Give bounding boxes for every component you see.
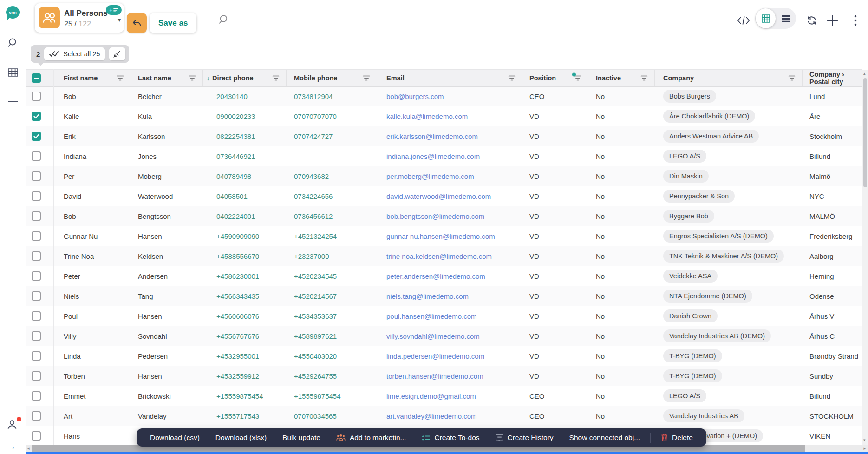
filter-icon[interactable]: [508, 75, 516, 81]
table-row[interactable]: DavidWaterwood040585010734224656david.wa…: [26, 186, 862, 206]
add-icon[interactable]: [7, 96, 19, 107]
save-as-button[interactable]: Save as: [150, 13, 196, 33]
column-header-last-name[interactable]: Last name: [131, 70, 203, 86]
expand-chevron-icon[interactable]: ›: [7, 441, 19, 453]
row-checkbox[interactable]: [32, 391, 41, 401]
scroll-right-icon[interactable]: ▸: [863, 445, 866, 452]
table-row[interactable]: TorbenHansen+4532559912+4529264755torben…: [26, 366, 862, 386]
cell-direct-phone[interactable]: 04058501: [203, 186, 287, 206]
filter-icon[interactable]: [788, 75, 796, 81]
add-to-marketing-button[interactable]: Add to marketin...: [328, 428, 414, 447]
column-header-position[interactable]: Position: [522, 70, 588, 86]
table-row[interactable]: KalleKula090002023307070707070kalle.kula…: [26, 106, 862, 126]
column-header-company[interactable]: Company: [655, 70, 803, 86]
row-checkbox[interactable]: [32, 191, 41, 201]
more-menu-icon[interactable]: [848, 13, 863, 28]
cell-email[interactable]: peter.andersen@limedemo.com: [377, 266, 522, 286]
show-connected-button[interactable]: Show connected obj...: [561, 428, 648, 447]
cell-mobile-phone[interactable]: +4550403020: [287, 346, 377, 366]
row-checkbox[interactable]: [32, 311, 41, 321]
column-header-mobile-phone[interactable]: Mobile phone: [287, 70, 377, 86]
cell-mobile-phone[interactable]: +23237000: [287, 246, 377, 266]
crm-logo-icon[interactable]: crm: [6, 6, 20, 19]
cell-direct-phone[interactable]: 0736446921: [203, 146, 287, 166]
cell-direct-phone[interactable]: +4532955001: [203, 346, 287, 366]
cell-email[interactable]: poul.hansen@limedemo.com: [377, 306, 522, 326]
row-checkbox[interactable]: [32, 351, 41, 361]
cell-mobile-phone[interactable]: [287, 146, 377, 166]
table-row[interactable]: Trine NoaKeldsen+4588556670+23237000trin…: [26, 246, 862, 266]
cell-mobile-phone[interactable]: +4520214567: [287, 286, 377, 306]
row-checkbox[interactable]: [32, 231, 41, 241]
cell-direct-phone[interactable]: +4588556670: [203, 246, 287, 266]
cell-email[interactable]: per.moberg@limedemo.com: [377, 166, 522, 186]
row-checkbox[interactable]: [32, 271, 41, 281]
table-row[interactable]: BobBengtsson04022240010736456612bob.beng…: [26, 206, 862, 226]
row-checkbox[interactable]: [32, 251, 41, 261]
scroll-up-icon[interactable]: ▴: [863, 70, 866, 77]
delete-button[interactable]: Delete: [653, 428, 701, 447]
cell-direct-phone[interactable]: +15559875454: [203, 386, 287, 406]
cell-mobile-phone[interactable]: +15559875454: [287, 386, 377, 406]
cell-email[interactable]: niels.tang@limedemo.com: [377, 286, 522, 306]
cell-direct-phone[interactable]: +4590909090: [203, 226, 287, 246]
cell-mobile-phone[interactable]: 07070707070: [287, 106, 377, 126]
view-selector[interactable]: All Persons 25 / 122 + ▾: [35, 3, 124, 33]
row-checkbox[interactable]: [32, 431, 41, 441]
create-history-button[interactable]: Create History: [488, 428, 561, 447]
cell-email[interactable]: kalle.kula@limedemo.com: [377, 106, 522, 126]
refresh-icon[interactable]: [804, 13, 819, 28]
filter-icon[interactable]: [640, 75, 648, 81]
column-header-email[interactable]: Email: [377, 70, 522, 86]
cell-mobile-phone[interactable]: 0736456612: [287, 206, 377, 226]
cell-mobile-phone[interactable]: 07070034565: [287, 406, 377, 426]
cell-email[interactable]: art.vandaley@limedemo.com: [377, 406, 522, 426]
row-checkbox[interactable]: [32, 411, 41, 421]
row-checkbox[interactable]: [32, 132, 41, 141]
table-row[interactable]: LindaPedersen+4532955001+4550403020linda…: [26, 346, 862, 366]
list-view-icon[interactable]: [778, 13, 794, 24]
cell-direct-phone[interactable]: 20430140: [203, 86, 287, 106]
create-todos-button[interactable]: Create To-dos: [414, 428, 487, 447]
filter-icon[interactable]: [189, 75, 196, 81]
user-icon[interactable]: [7, 419, 18, 430]
vertical-scrollbar-thumb[interactable]: [863, 78, 867, 187]
cell-email[interactable]: david.waterwood@limedemo.com: [377, 186, 522, 206]
table-view-icon[interactable]: [7, 67, 19, 78]
table-row[interactable]: VillySovndahl+4556767676+4589897621villy…: [26, 326, 862, 346]
cell-direct-phone[interactable]: 0402224001: [203, 206, 287, 226]
column-header-inactive[interactable]: Inactive: [588, 70, 655, 86]
table-row[interactable]: NielsTang+4566343435+4520214567niels.tan…: [26, 286, 862, 306]
scroll-left-icon[interactable]: ◂: [27, 445, 30, 452]
cell-email[interactable]: gunnar nu.hansen@limedemo.com: [377, 226, 522, 246]
grid-view-icon[interactable]: [756, 8, 776, 28]
row-checkbox[interactable]: [32, 291, 41, 301]
filter-icon[interactable]: [272, 75, 280, 81]
column-header-first-name[interactable]: First name: [53, 70, 131, 86]
chevron-down-icon[interactable]: ▾: [118, 17, 121, 23]
scroll-down-icon[interactable]: ▾: [863, 436, 866, 444]
cell-direct-phone[interactable]: +4566343435: [203, 286, 287, 306]
cell-mobile-phone[interactable]: +4529264755: [287, 366, 377, 386]
undo-button[interactable]: [127, 13, 147, 33]
row-checkbox[interactable]: [32, 211, 41, 221]
cell-mobile-phone[interactable]: 0734224656: [287, 186, 377, 206]
cell-email[interactable]: linda.pedersen@limedemo.com: [377, 346, 522, 366]
table-row[interactable]: IndianaJones0736446921indiana.jones@lime…: [26, 146, 862, 166]
clear-selection-button[interactable]: [109, 47, 125, 60]
cell-mobile-phone[interactable]: 0707424727: [287, 126, 377, 146]
select-all-button[interactable]: Select all 25: [44, 47, 105, 60]
cell-email[interactable]: indiana.jones@limedemo.com: [377, 146, 522, 166]
table-row[interactable]: PoulHansen+4560606076+4534353637poul.han…: [26, 306, 862, 326]
row-checkbox[interactable]: [32, 331, 41, 341]
filter-icon[interactable]: [574, 75, 581, 81]
download-xlsx-button[interactable]: Download (xlsx): [208, 428, 274, 447]
cell-mobile-phone[interactable]: +4520234545: [287, 266, 377, 286]
bulk-update-button[interactable]: Bulk update: [274, 428, 328, 447]
add-filter-badge-icon[interactable]: +: [106, 5, 122, 15]
search-icon[interactable]: [218, 14, 230, 27]
cell-direct-phone[interactable]: 0822254381: [203, 126, 287, 146]
header-checkbox[interactable]: [32, 73, 41, 83]
row-checkbox[interactable]: [32, 171, 41, 181]
table-row[interactable]: EmmetBrickowski+15559875454+15559875454l…: [26, 386, 862, 406]
